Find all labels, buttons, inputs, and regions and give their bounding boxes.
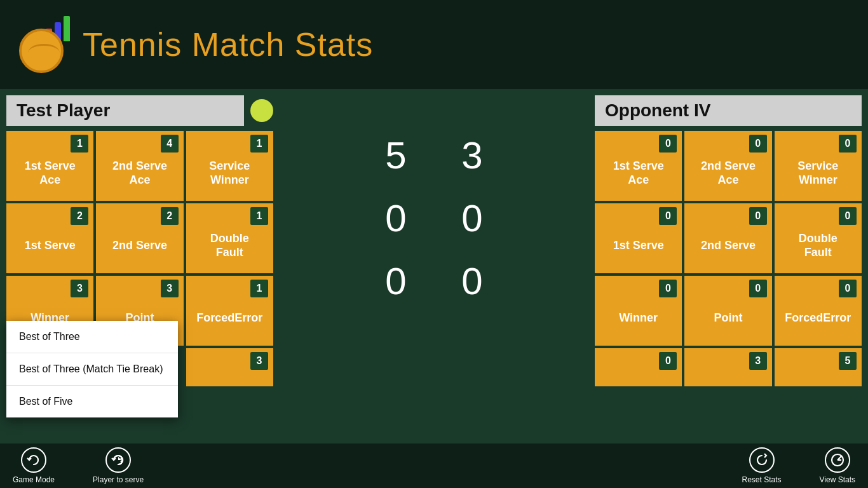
view-stats-icon xyxy=(825,447,850,473)
player2-panel: Opponent IV 0 1st ServeAce 0 2nd ServeAc… xyxy=(595,95,862,445)
player1-name: Test Player xyxy=(6,95,244,126)
p1-extra-tile[interactable]: 3 xyxy=(186,348,273,386)
p1-double-fault-count: 1 xyxy=(250,207,268,225)
p2-service-winner-count: 0 xyxy=(839,135,857,152)
p1-2nd-serve[interactable]: 2 2nd Serve xyxy=(96,203,183,273)
p2-forced-error-count: 0 xyxy=(839,280,857,297)
player-serve-label: Player to serve xyxy=(93,475,144,484)
p1-1st-serve-ace-label: 1st ServeAce xyxy=(25,159,76,187)
p2-2nd-serve-label: 2nd Serve xyxy=(701,239,756,253)
player1-serve-ball xyxy=(250,99,273,122)
p2-winner-label: Winner xyxy=(619,311,658,325)
game-mode-button[interactable]: Game Mode xyxy=(13,447,55,484)
p2-point-count: 0 xyxy=(749,280,767,297)
p1-1st-serve-label: 1st Serve xyxy=(25,239,76,253)
p1-service-winner-label: ServiceWinner xyxy=(209,159,250,187)
view-stats-button[interactable]: View Stats xyxy=(820,447,855,484)
reset-stats-button[interactable]: Reset Stats xyxy=(742,447,781,484)
p2-double-fault[interactable]: 0 DoubleFault xyxy=(775,203,862,273)
p1-service-winner-count: 1 xyxy=(250,135,268,152)
p1-point-count: 3 xyxy=(161,280,179,297)
p2-extra1[interactable]: 0 xyxy=(595,348,682,386)
p1-2nd-serve-ace-count: 4 xyxy=(161,135,179,152)
p1-1st-serve-ace[interactable]: 1 1st ServeAce xyxy=(6,131,93,201)
p2-1st-serve[interactable]: 0 1st Serve xyxy=(595,203,682,273)
p2-2nd-serve-ace-count: 0 xyxy=(749,135,767,152)
p2-extra2[interactable]: 3 xyxy=(684,348,771,386)
p2-double-fault-label: DoubleFault xyxy=(799,232,837,259)
app-title: Tennis Match Stats xyxy=(83,25,373,64)
p2-1st-serve-ace[interactable]: 0 1st ServeAce xyxy=(595,131,682,201)
p2-1st-serve-ace-label: 1st ServeAce xyxy=(613,159,664,187)
p2-forced-error-label: ForcedError xyxy=(785,311,851,325)
score-row-3: 0 0 xyxy=(280,259,588,303)
game-mode-dropdown[interactable]: Best of Three Best of Three (Match Tie B… xyxy=(6,321,178,417)
reset-stats-icon xyxy=(749,447,775,473)
p2-2nd-serve-ace[interactable]: 0 2nd ServeAce xyxy=(684,131,771,201)
p1-double-fault[interactable]: 1 DoubleFault xyxy=(186,203,273,273)
p2-extra3-count: 5 xyxy=(839,352,857,370)
p2-2nd-serve-ace-label: 2nd ServeAce xyxy=(701,159,756,187)
player-serve-button[interactable]: Player to serve xyxy=(93,447,144,484)
p2-double-fault-count: 0 xyxy=(839,207,857,225)
p2-forced-error[interactable]: 0 ForcedError xyxy=(775,276,862,346)
score-row-2: 0 0 xyxy=(280,196,588,240)
score-p2-set1: 3 xyxy=(453,133,491,177)
p1-2nd-serve-count: 2 xyxy=(161,207,179,225)
score-p1-set3: 0 xyxy=(377,259,415,303)
score-p2-set2: 0 xyxy=(453,196,491,240)
p2-extra2-count: 3 xyxy=(749,352,767,370)
p1-2nd-serve-ace[interactable]: 4 2nd ServeAce xyxy=(96,131,183,201)
logo-tennis-ball xyxy=(19,29,64,73)
view-stats-label: View Stats xyxy=(820,475,855,484)
p2-extra1-count: 0 xyxy=(659,352,677,370)
p2-extra3[interactable]: 5 xyxy=(775,348,862,386)
p1-service-winner[interactable]: 1 ServiceWinner xyxy=(186,131,273,201)
p1-double-fault-label: DoubleFault xyxy=(210,232,249,259)
game-mode-icon xyxy=(21,447,46,473)
p2-1st-serve-label: 1st Serve xyxy=(613,239,664,253)
p1-1st-serve-ace-count: 1 xyxy=(71,135,88,152)
dropdown-item-best-of-three-tiebreak[interactable]: Best of Three (Match Tie Break) xyxy=(6,353,178,386)
center-panel: 5 3 0 0 0 0 xyxy=(280,95,588,445)
reset-stats-label: Reset Stats xyxy=(742,475,781,484)
game-mode-label: Game Mode xyxy=(13,475,55,484)
player2-stat-grid: 0 1st ServeAce 0 2nd ServeAce 0 ServiceW… xyxy=(595,131,862,386)
p2-service-winner[interactable]: 0 ServiceWinner xyxy=(775,131,862,201)
p2-2nd-serve-count: 0 xyxy=(749,207,767,225)
p1-2nd-serve-ace-label: 2nd ServeAce xyxy=(112,159,167,187)
p2-service-winner-label: ServiceWinner xyxy=(797,159,838,187)
bottom-bar: Game Mode Player to serve xyxy=(0,444,868,488)
p2-winner-count: 0 xyxy=(659,280,677,297)
p2-1st-serve-ace-count: 0 xyxy=(659,135,677,152)
p1-winner-count: 3 xyxy=(71,280,88,297)
p1-1st-serve-count: 2 xyxy=(71,207,88,225)
p1-forced-error-count: 1 xyxy=(250,280,268,297)
bar3 xyxy=(64,16,70,41)
p1-extra-count: 3 xyxy=(250,352,268,370)
score-p2-set3: 0 xyxy=(453,259,491,303)
p1-forced-error-label: ForcedError xyxy=(196,311,262,325)
score-row-1: 5 3 xyxy=(280,133,588,177)
player1-name-row: Test Player xyxy=(6,95,273,126)
p1-1st-serve[interactable]: 2 1st Serve xyxy=(6,203,93,273)
bottom-actions-left: Game Mode Player to serve xyxy=(13,447,144,484)
p2-winner[interactable]: 0 Winner xyxy=(595,276,682,346)
p1-2nd-serve-label: 2nd Serve xyxy=(112,239,167,253)
app-logo xyxy=(13,16,70,73)
score-p1-set1: 5 xyxy=(377,133,415,177)
player2-name-row: Opponent IV xyxy=(595,95,862,126)
p2-point-label: Point xyxy=(714,311,742,325)
score-p1-set2: 0 xyxy=(377,196,415,240)
dropdown-item-best-of-three[interactable]: Best of Three xyxy=(6,321,178,353)
bottom-actions-right: Reset Stats View Stats xyxy=(742,447,855,484)
p2-1st-serve-count: 0 xyxy=(659,207,677,225)
p2-2nd-serve[interactable]: 0 2nd Serve xyxy=(684,203,771,273)
player2-name: Opponent IV xyxy=(595,95,862,126)
p1-forced-error[interactable]: 1 ForcedError xyxy=(186,276,273,346)
player-serve-icon xyxy=(105,447,131,473)
dropdown-item-best-of-five[interactable]: Best of Five xyxy=(6,386,178,417)
app-header: Tennis Match Stats xyxy=(0,0,868,89)
p2-point[interactable]: 0 Point xyxy=(684,276,771,346)
